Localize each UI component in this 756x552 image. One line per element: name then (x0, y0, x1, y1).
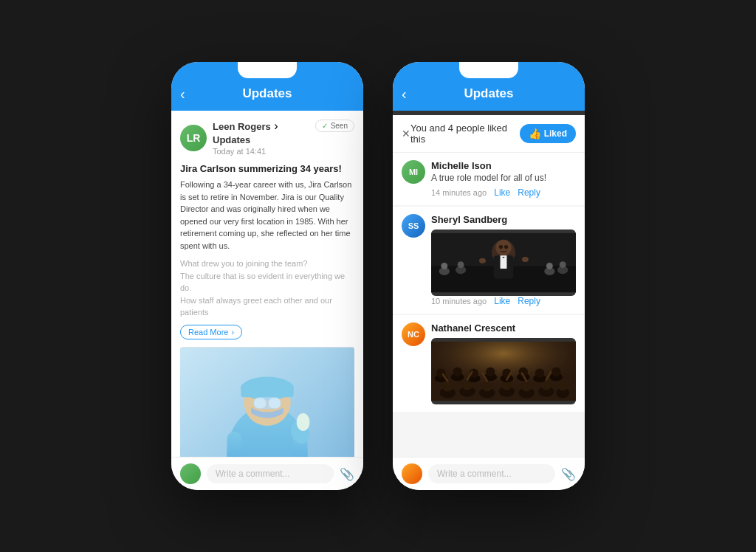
attach-icon-1[interactable]: 📎 (340, 467, 354, 481)
comment-content-2: Nathanel Crescent (431, 322, 576, 404)
read-more-label: Read More (188, 328, 228, 337)
comment-gif-2 (431, 338, 576, 404)
comment-gif-1 (431, 230, 576, 296)
comment-input-1[interactable]: Write a comment... (207, 464, 334, 483)
post-user-name: Leen Rogers (213, 121, 271, 132)
post-body: Following a 34-year career with us, Jira… (180, 179, 354, 252)
back-button-2[interactable]: ‹ (402, 86, 407, 103)
svg-rect-4 (241, 384, 293, 397)
notch-1 (238, 62, 297, 78)
header-title-2: Updates (464, 86, 513, 101)
comment-name-0: Michelle Ison (431, 160, 576, 171)
svg-rect-6 (254, 398, 266, 408)
comment-reply-0[interactable]: Reply (518, 187, 540, 198)
svg-point-18 (458, 261, 464, 268)
comment-like-1[interactable]: Like (494, 296, 510, 306)
content-2: ✕ You and 4 people liked this 👍 Liked MI (393, 115, 585, 457)
comment-content-0: Michelle Ison A true role model for all … (431, 160, 576, 198)
svg-point-33 (522, 257, 529, 262)
comment-header-0: MI Michelle Ison A true role model for a… (402, 160, 576, 198)
notch-2 (459, 62, 518, 78)
svg-point-49 (558, 382, 567, 390)
avatar-initials: LR (180, 125, 207, 151)
seen-check-icon: ✓ (322, 122, 328, 130)
post-user-destination: Leen Rogers › Updates (213, 120, 315, 146)
comment-avatar-2: NC (402, 322, 425, 346)
comment-meta-0: 14 minutes ago Like Reply (431, 187, 576, 198)
comment-input-2[interactable]: Write a comment... (428, 464, 555, 483)
svg-point-53 (453, 368, 461, 376)
header-2: ‹ Updates (393, 78, 585, 111)
liked-button[interactable]: 👍 Liked (520, 124, 576, 143)
header-title-1: Updates (242, 86, 292, 101)
comment-item-2: NC Nathanel Crescent (393, 315, 585, 412)
comment-bar-1: Write a comment... 📎 (171, 457, 363, 490)
comment-text-0: A true role model for all of us! (431, 173, 576, 183)
phone-1: ‹ Updates LR Leen Rogers › (171, 62, 363, 490)
post-header: LR Leen Rogers › Updates Today at 14:41 (180, 120, 354, 156)
post-title: Jira Carlson summerizing 34 years! (180, 163, 354, 174)
svg-point-16 (441, 263, 447, 269)
avatar-michelle: MI (402, 160, 425, 184)
post-meta: Leen Rogers › Updates Today at 14:41 (213, 120, 315, 156)
svg-point-37 (442, 381, 453, 391)
svg-point-24 (495, 240, 511, 255)
close-icon[interactable]: ✕ (402, 128, 410, 139)
post-avatar: LR (180, 125, 207, 151)
phone-2: ‹ Updates ✕ You and 4 people liked this … (393, 62, 585, 490)
svg-point-57 (486, 368, 495, 376)
svg-point-11 (297, 413, 310, 431)
svg-rect-7 (269, 398, 281, 408)
avatar-sheryl: SS (402, 214, 425, 238)
svg-point-26 (504, 245, 508, 249)
comment-content-1: Sheryl Sandberg (431, 214, 576, 306)
seen-label: Seen (331, 122, 348, 130)
comment-avatar-bar-2 (402, 463, 422, 484)
comment-reply-1[interactable]: Reply (518, 296, 540, 306)
svg-point-25 (499, 245, 503, 249)
comment-name-2: Nathanel Crescent (431, 322, 576, 334)
comment-bar-2: Write a comment... 📎 (393, 457, 585, 490)
svg-point-41 (482, 381, 492, 391)
likes-text: You and 4 people liked this (410, 123, 520, 145)
header-1: ‹ Updates (171, 78, 363, 111)
post-card: LR Leen Rogers › Updates Today at 14:41 (171, 111, 363, 457)
comment-item-1: SS Sheryl Sandberg (393, 207, 585, 314)
post-image (180, 347, 354, 458)
post-body-faded: What drew you to joining the team? The c… (180, 258, 354, 319)
post-user-info: LR Leen Rogers › Updates Today at 14:41 (180, 120, 315, 156)
post-time: Today at 14:41 (213, 147, 315, 156)
scene: ‹ Updates LR Leen Rogers › (142, 32, 614, 520)
comment-item-0: MI Michelle Ison A true role model for a… (393, 153, 585, 205)
seen-badge: ✓ Seen (315, 120, 354, 132)
attach-icon-2[interactable]: 📎 (561, 467, 576, 481)
comment-meta-1: 10 minutes ago Like Reply (431, 296, 576, 306)
read-more-chevron: › (231, 328, 234, 337)
likes-bar: ✕ You and 4 people liked this 👍 Liked (393, 115, 585, 153)
read-more-button[interactable]: Read More › (180, 325, 242, 339)
svg-point-22 (560, 261, 566, 268)
svg-point-65 (551, 368, 560, 376)
svg-point-63 (535, 368, 544, 377)
comment-time-0: 14 minutes ago (431, 188, 487, 197)
content-1: LR Leen Rogers › Updates Today at 14:41 (171, 111, 363, 457)
post-destination: Updates (213, 134, 250, 145)
screen-2: ‹ Updates ✕ You and 4 people liked this … (393, 62, 585, 490)
back-button-1[interactable]: ‹ (180, 86, 185, 103)
comment-like-0[interactable]: Like (494, 187, 510, 198)
comment-name-1: Sheryl Sandberg (431, 214, 576, 225)
liked-label: Liked (544, 128, 567, 139)
comment-time-1: 10 minutes ago (431, 297, 487, 306)
comment-avatar-0: MI (402, 160, 425, 184)
svg-point-20 (546, 263, 553, 269)
comment-header-2: NC Nathanel Crescent (402, 322, 576, 404)
svg-rect-8 (227, 431, 241, 457)
post-arrow: › (274, 120, 278, 132)
comment-header-1: SS Sheryl Sandberg (402, 214, 576, 306)
thumbs-icon: 👍 (529, 128, 541, 139)
comment-avatar-1: SS (402, 214, 425, 238)
svg-point-32 (479, 258, 486, 263)
avatar-nathanel: NC (402, 322, 425, 346)
screen-1: ‹ Updates LR Leen Rogers › (171, 62, 363, 490)
svg-point-45 (521, 381, 532, 391)
